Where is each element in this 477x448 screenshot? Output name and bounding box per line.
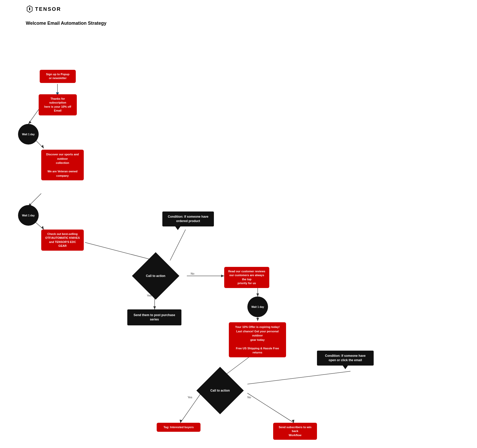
svg-marker-10 — [41, 226, 44, 230]
svg-line-7 — [28, 193, 41, 206]
no1-label: No — [191, 272, 194, 275]
wait3-label: Wait 1 day — [251, 305, 264, 309]
no2-label: No — [247, 396, 251, 399]
logo-text: TENSOR — [35, 6, 61, 12]
post-purchase-label: Send them to post purchase series — [133, 313, 175, 321]
checkout-label: Check out best-selling OTF/AUTOMATIC KNI… — [45, 232, 80, 247]
tag-buyers-label: Tag: Interested buyers — [163, 426, 194, 429]
condition2-box: Condition: If someone have open or click… — [317, 351, 374, 366]
signup-box: Sign up to Popup or newsletter — [40, 70, 76, 83]
svg-line-25 — [247, 393, 294, 423]
wait1-circle: Wait 1 day — [18, 124, 39, 145]
cta2-diamond — [196, 367, 244, 414]
svg-marker-18 — [256, 293, 259, 297]
win-back-box: Send subscribers to win back Workflow — [273, 423, 317, 440]
discover-label: Discover our sports and outdoor collecti… — [46, 153, 79, 177]
flowchart: Sign up to Popup or newsletter Thanks fo… — [15, 36, 466, 443]
thanks-label: Thanks for subscription here is your 10%… — [44, 97, 71, 112]
checkout-box: Check out best-selling OTF/AUTOMATIC KNI… — [41, 230, 84, 251]
signup-label: Sign up to Popup or newsletter — [46, 73, 69, 80]
svg-marker-20 — [256, 318, 259, 321]
svg-marker-6 — [41, 145, 44, 148]
yes1-label: Yes — [147, 294, 152, 297]
wait1-label: Wait 1 day — [22, 133, 35, 136]
tensor-logo-icon — [26, 5, 34, 13]
logo-area: TENSOR — [26, 5, 467, 13]
condition2-label: Condition: If someone have open or click… — [325, 354, 365, 362]
win-back-label: Send subscribers to win back Workflow — [279, 426, 311, 437]
discover-box: Discover our sports and outdoor collecti… — [41, 150, 84, 180]
cta2-diamond-wrapper: Call to action — [202, 373, 238, 409]
cta1-diamond-wrapper: Call to action — [138, 258, 174, 294]
svg-marker-14 — [221, 275, 224, 277]
condition1-label: Condition: If someone have ordered produ… — [168, 215, 208, 223]
wait2-label: Wait 1 day — [22, 214, 35, 217]
svg-line-22 — [247, 371, 350, 384]
post-purchase-box: Send them to post purchase series — [127, 309, 181, 325]
condition1-box: Condition: If someone have ordered produ… — [162, 212, 214, 226]
svg-marker-26 — [292, 420, 294, 423]
thanks-box: Thanks for subscription here is your 10%… — [39, 94, 77, 115]
svg-marker-24 — [180, 420, 182, 423]
expiring-box: Your 10% Offer is expiring today! Last c… — [229, 322, 286, 357]
svg-marker-16 — [153, 306, 156, 309]
page-title: Welcome Email Automation Strategy — [26, 21, 467, 26]
tag-buyers-box: Tag: Interested buyers — [157, 423, 200, 432]
yes2-label: Yes — [188, 396, 192, 399]
reviews-box: Read our customer reviews our customers … — [224, 267, 269, 288]
svg-marker-4 — [28, 121, 31, 124]
wait2-circle: Wait 1 day — [18, 205, 39, 226]
cta1-diamond — [132, 252, 179, 300]
expiring-label: Your 10% Offer is expiring today! Last c… — [235, 325, 280, 354]
svg-rect-0 — [29, 8, 30, 10]
wait3-circle: Wait 1 day — [247, 297, 268, 317]
svg-line-12 — [170, 230, 186, 260]
reviews-label: Read our customer reviews our customers … — [228, 270, 265, 285]
